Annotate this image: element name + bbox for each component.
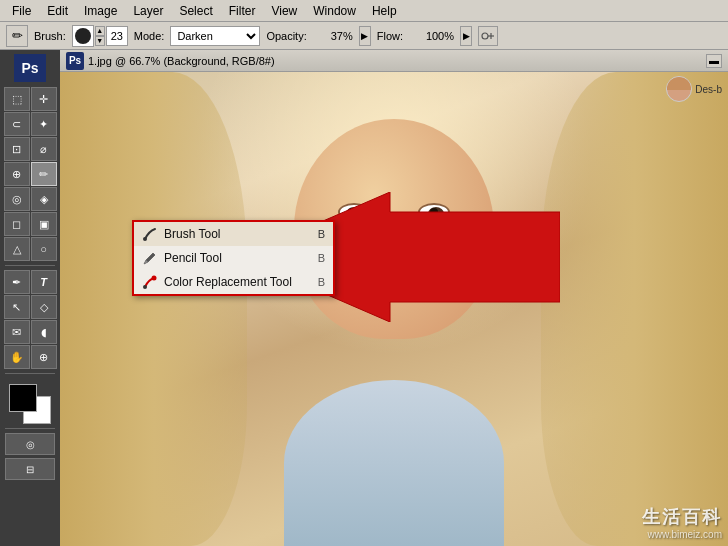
tool-hand[interactable]: ✋ — [4, 345, 30, 369]
tool-row-9: ↖ ◇ — [4, 295, 57, 319]
menu-layer[interactable]: Layer — [125, 2, 171, 20]
mode-select[interactable]: Darken Normal Multiply Screen — [170, 26, 260, 46]
foreground-color[interactable] — [9, 384, 37, 412]
tool-pen[interactable]: ✒ — [4, 270, 30, 294]
svg-point-9 — [143, 285, 147, 289]
opacity-value: 37% — [313, 30, 353, 42]
brush-tool-key: B — [318, 228, 325, 240]
canvas-area: Ps 1.jpg @ 66.7% (Background, RGB/8#) ▬ — [60, 50, 728, 546]
mode-label: Mode: — [134, 30, 165, 42]
canvas-titlebar: Ps 1.jpg @ 66.7% (Background, RGB/8#) ▬ — [60, 50, 728, 72]
eye-left-pupil — [346, 207, 362, 220]
tool-brush[interactable]: ✏ — [31, 162, 57, 186]
menu-bar: File Edit Image Layer Select Filter View… — [0, 0, 728, 22]
eye-right-pupil — [428, 207, 444, 220]
eye-left — [338, 203, 370, 221]
tool-shape[interactable]: ◇ — [31, 295, 57, 319]
ps-small-icon: Ps — [66, 52, 84, 70]
tool-row-10: ✉ ◖ — [4, 320, 57, 344]
tool-lasso[interactable]: ⊂ — [4, 112, 30, 136]
tool-history-brush[interactable]: ◈ — [31, 187, 57, 211]
brush-size-value: 23 — [106, 26, 128, 46]
svg-point-0 — [482, 33, 488, 39]
hair-left — [60, 72, 247, 546]
eye-left-iris — [348, 208, 356, 216]
brush-label: Brush: — [34, 30, 66, 42]
screen-mode[interactable]: ⊟ — [5, 458, 55, 480]
opacity-label: Opacity: — [266, 30, 306, 42]
tool-path-select[interactable]: ↖ — [4, 295, 30, 319]
color-area — [5, 384, 55, 424]
canvas-title-text: 1.jpg @ 66.7% (Background, RGB/8#) — [88, 55, 275, 67]
menu-select[interactable]: Select — [171, 2, 220, 20]
photo-container: Des-b 生活百科 www.bimeiz.com — [60, 72, 728, 546]
nose — [385, 240, 403, 254]
tool-healing[interactable]: ⊕ — [4, 162, 30, 186]
brush-tool-icon — [142, 226, 158, 242]
tool-gradient[interactable]: ▣ — [31, 212, 57, 236]
tool-row-11: ✋ ⊕ — [4, 345, 57, 369]
dropdown-item-brush-tool[interactable]: Brush Tool B — [134, 222, 333, 246]
tool-row-3: ⊡ ⌀ — [4, 137, 57, 161]
tool-eyedropper[interactable]: ⌀ — [31, 137, 57, 161]
brush-preview[interactable] — [72, 25, 94, 47]
tool-eraser[interactable]: ◻ — [4, 212, 30, 236]
dropdown-item-color-replacement[interactable]: Color Replacement Tool B — [134, 270, 333, 294]
tool-row-1: ⬚ ✛ — [4, 87, 57, 111]
menu-file[interactable]: File — [4, 2, 39, 20]
tool-move[interactable]: ✛ — [31, 87, 57, 111]
tool-type[interactable]: T — [31, 270, 57, 294]
quick-mask[interactable]: ◎ — [5, 433, 55, 455]
tool-crop[interactable]: ⊡ — [4, 137, 30, 161]
brush-tool-icon-area: ✏ — [6, 25, 28, 47]
flow-value: 100% — [409, 30, 454, 42]
canvas-close-button[interactable]: ▬ — [706, 54, 722, 68]
tool-zoom[interactable]: ⊕ — [31, 345, 57, 369]
tool-clone[interactable]: ◎ — [4, 187, 30, 211]
menu-view[interactable]: View — [263, 2, 305, 20]
tool-separator-1 — [5, 265, 55, 266]
current-tool-icon: ✏ — [6, 25, 28, 47]
ps-logo: Ps — [14, 54, 46, 82]
photo-background: Des-b 生活百科 www.bimeiz.com — [60, 72, 728, 546]
menu-help[interactable]: Help — [364, 2, 405, 20]
options-bar: ✏ Brush: ▲ ▼ 23 Mode: Darken Normal Mult… — [0, 22, 728, 50]
brush-size-up[interactable]: ▲ — [95, 26, 105, 36]
color-replacement-key: B — [318, 276, 325, 288]
tool-dodge[interactable]: ○ — [31, 237, 57, 261]
menu-edit[interactable]: Edit — [39, 2, 76, 20]
eye-right — [418, 203, 450, 221]
tool-row-2: ⊂ ✦ — [4, 112, 57, 136]
tool-row-4: ⊕ ✏ — [4, 162, 57, 186]
watermark-url: www.bimeiz.com — [642, 529, 722, 540]
menu-image[interactable]: Image — [76, 2, 125, 20]
canvas-window: Ps 1.jpg @ 66.7% (Background, RGB/8#) ▬ — [60, 50, 728, 546]
tool-measure[interactable]: ◖ — [31, 320, 57, 344]
tool-notes[interactable]: ✉ — [4, 320, 30, 344]
tool-blur[interactable]: △ — [4, 237, 30, 261]
tool-row-7: △ ○ — [4, 237, 57, 261]
watermark-text: 生活百科 — [642, 505, 722, 529]
eye-right-iris — [430, 208, 438, 216]
pencil-tool-label: Pencil Tool — [164, 251, 292, 265]
color-replacement-icon — [142, 274, 158, 290]
menu-filter[interactable]: Filter — [221, 2, 264, 20]
hair-right — [541, 72, 728, 546]
tool-separator-3 — [5, 428, 55, 429]
brush-size-down[interactable]: ▼ — [95, 36, 105, 46]
tool-magic-wand[interactable]: ✦ — [31, 112, 57, 136]
mouth — [376, 278, 412, 290]
flow-arrow[interactable]: ▶ — [460, 26, 472, 46]
tool-row-8: ✒ T — [4, 270, 57, 294]
tool-marquee[interactable]: ⬚ — [4, 87, 30, 111]
dropdown-item-pencil-tool[interactable]: Pencil Tool B — [134, 246, 333, 270]
airbrush-button[interactable] — [478, 26, 498, 46]
pencil-tool-key: B — [318, 252, 325, 264]
svg-point-5 — [143, 237, 147, 241]
opacity-arrow[interactable]: ▶ — [359, 26, 371, 46]
avatar-label: Des-b — [695, 84, 722, 95]
main-area: Ps ⬚ ✛ ⊂ ✦ ⊡ ⌀ ⊕ ✏ ◎ ◈ ◻ ▣ △ ○ — [0, 50, 728, 546]
tool-separator-2 — [5, 373, 55, 374]
color-replacement-label: Color Replacement Tool — [164, 275, 292, 289]
menu-window[interactable]: Window — [305, 2, 364, 20]
